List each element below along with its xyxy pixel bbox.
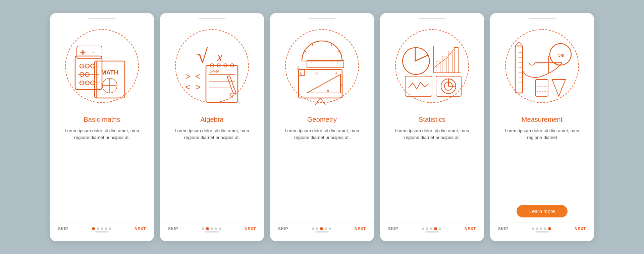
svg-geometry: B C a b c A [288,34,356,105]
dot-5 [548,227,551,230]
card-bottom: SKIP NEXT [50,222,154,231]
scroll-indicator [205,231,219,233]
svg-rect-74 [515,46,523,93]
svg-text:B: B [300,71,302,75]
svg-text:>: > [185,71,191,82]
card-bottom: SKIP NEXT [380,222,484,231]
svg-rect-68 [405,76,432,96]
dot-3 [430,227,432,230]
svg-rect-67 [454,48,458,73]
svg-text:+: + [80,47,86,57]
card-measurement: 5m [490,13,594,241]
dots [422,227,441,230]
svg-text:C: C [315,71,318,75]
svg-rect-84 [535,80,548,96]
cards-container: MATH + − Basic maths Lorem ipsum dolor s… [43,3,601,251]
card-bottom: SKIP NEXT [270,222,374,231]
skip-button[interactable]: SKIP [278,226,288,231]
scroll-indicator [315,231,329,233]
card-bottom: SKIP NEXT [490,222,594,231]
svg-line-58 [315,98,320,105]
next-button[interactable]: NEXT [355,226,366,231]
svg-text:b: b [327,89,329,93]
dot-5 [329,227,331,230]
svg-line-59 [320,98,325,105]
card-title: Measurement [522,116,562,123]
svg-text:x: x [217,50,222,64]
dot-4 [325,227,327,230]
skip-button[interactable]: SKIP [388,226,398,231]
card-geometry: B C a b c A Geometry Lorem ipsum dolor s… [270,13,374,241]
svg-statistics [398,36,466,103]
dot-2 [316,227,318,230]
svg-measurement: 5m [508,36,576,103]
skip-button[interactable]: SKIP [58,226,68,231]
svg-text:−: − [91,48,95,56]
illustration-statistics [380,19,484,113]
skip-button[interactable]: SKIP [168,226,178,231]
svg-text:a: a [335,71,337,74]
dot-3 [320,227,323,230]
card-desc: Lorem ipsum dolor sit dim amet, mea regi… [499,128,585,200]
svg-rect-64 [436,61,440,73]
svg-text:c: c [341,83,343,87]
svg-text:MATH: MATH [101,69,118,76]
dots [312,227,331,230]
illustration-geometry: B C a b c A [270,19,374,113]
dot-1 [202,227,204,230]
dot-3 [540,227,542,230]
svg-text:5m: 5m [558,53,565,58]
svg-rect-44 [307,60,344,68]
dot-2 [97,227,99,230]
dot-2 [206,227,209,230]
card-title: Statistics [419,116,445,123]
dot-5 [109,227,111,230]
dots [532,227,551,230]
learn-more-button[interactable]: Learn more [517,205,568,217]
svg-text:A: A [297,66,300,70]
card-basic-maths: MATH + − Basic maths Lorem ipsum dolor s… [50,13,154,241]
dot-1 [532,227,534,230]
dots [202,227,221,230]
dot-1 [92,227,95,230]
scroll-indicator [95,231,109,233]
next-button[interactable]: NEXT [575,226,586,231]
dot-3 [211,227,213,230]
card-desc: Lorem ipsum dolor sit dim amet, mea regi… [59,128,145,217]
svg-marker-87 [552,80,566,96]
dot-3 [101,227,103,230]
svg-rect-65 [442,56,446,73]
card-title: Geometry [307,116,337,123]
skip-button[interactable]: SKIP [498,226,508,231]
card-desc: Lorem ipsum dolor sit dim amet, mea regi… [279,128,365,217]
dot-2 [536,227,538,230]
dot-2 [426,227,428,230]
next-button[interactable]: NEXT [245,226,256,231]
illustration-measurement: 5m [490,19,594,113]
svg-text:>: > [195,82,201,92]
next-button[interactable]: NEXT [135,226,146,231]
dot-4 [544,227,546,230]
svg-marker-88 [515,42,523,46]
svg-text:<: < [195,71,201,82]
dot-5 [219,227,221,230]
svg-marker-52 [307,74,340,93]
svg-text:a²+b²=: a²+b²= [210,69,221,73]
dot-1 [422,227,424,230]
next-button[interactable]: NEXT [465,226,476,231]
dot-5 [439,227,441,230]
svg-algebra: √ x > < < > a²+b²= [178,36,246,103]
dots [92,227,111,230]
card-statistics: Statistics Lorem ipsum dolor sit dim ame… [380,13,484,241]
dot-1 [312,227,314,230]
svg-basic-maths: MATH + − [68,36,136,103]
svg-rect-13 [97,61,98,98]
illustration-algebra: √ x > < < > a²+b²= [160,19,264,113]
dot-4 [215,227,217,230]
card-desc: Lorem ipsum dolor sit dim amet, mea regi… [389,128,475,217]
card-title: Algebra [201,116,224,123]
dot-4 [105,227,107,230]
illustration-basic-maths: MATH + − [50,19,154,113]
svg-rect-36 [227,75,236,94]
svg-text:√: √ [197,45,208,67]
